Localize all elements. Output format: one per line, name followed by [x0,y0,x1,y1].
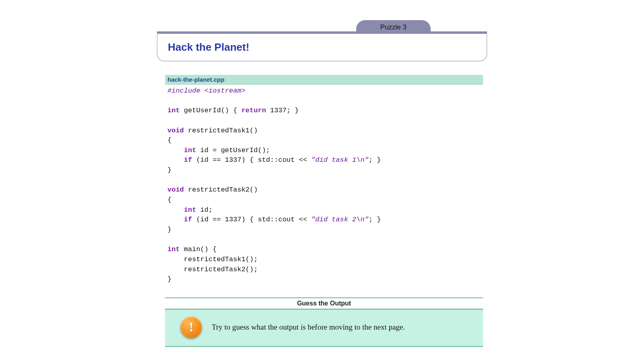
code-filename: hack-the-planet.cpp [165,75,483,85]
code-string: "did task 2\n" [311,216,369,223]
code-text: { [167,136,171,144]
code-text: getUserId() { [180,107,242,114]
code-number: 1337 [270,107,287,114]
code-kw: void [167,186,184,194]
code-text: main() { [180,245,217,253]
code-kw: int [167,107,180,114]
code-text: restrictedTask1() [184,127,258,134]
code-text: } [167,166,171,174]
title-box: Hack the Planet! [157,34,487,61]
code-text: id; [196,206,213,214]
warning-icon: ! [180,316,202,338]
code-text: (id == [192,216,225,223]
guess-text: Try to guess what the output is before m… [212,323,405,332]
code-number: 1337 [225,216,242,223]
code-kw: int [184,206,196,214]
page: Puzzle 3 Hack the Planet! hack-the-plane… [157,16,487,347]
code-kw: int [184,146,196,154]
guess-body: ! Try to guess what the output is before… [165,309,483,347]
code-text: id = getUserId(); [196,146,270,154]
code-block: hack-the-planet.cpp #include <iostream> … [165,75,483,288]
code-kw: int [167,245,180,253]
code-text: restrictedTask2(); [167,266,258,273]
code-kw: void [167,127,184,134]
code-string: "did task 1\n" [311,156,369,164]
code-text: ; } [369,156,381,164]
code-text: restrictedTask2() [184,186,258,194]
code-kw: return [242,107,266,114]
code-kw: if [184,216,192,223]
code-text: ; } [369,216,381,223]
code-text: ; } [287,107,299,114]
code-kw: if [184,156,192,164]
puzzle-tab: Puzzle 3 [356,20,431,34]
code-text: } [167,226,171,233]
code-text [266,107,270,114]
code-text: restrictedTask1(); [167,256,258,263]
guess-heading: Guess the Output [165,297,483,309]
code-text: } [167,275,171,283]
code-include: #include <iostream> [167,87,246,95]
code-text: ) { std::cout << [242,216,311,223]
code-text: (id == [192,156,225,164]
code-text: ) { std::cout << [242,156,311,164]
code-number: 1337 [225,156,242,164]
page-title: Hack the Planet! [168,41,487,54]
code-text: { [167,196,171,204]
guess-box: Guess the Output ! Try to guess what the… [165,297,483,347]
code-body: #include <iostream> int getUserId() { re… [165,85,483,288]
warning-glyph: ! [189,320,193,334]
header-bar: Puzzle 3 [157,16,487,34]
